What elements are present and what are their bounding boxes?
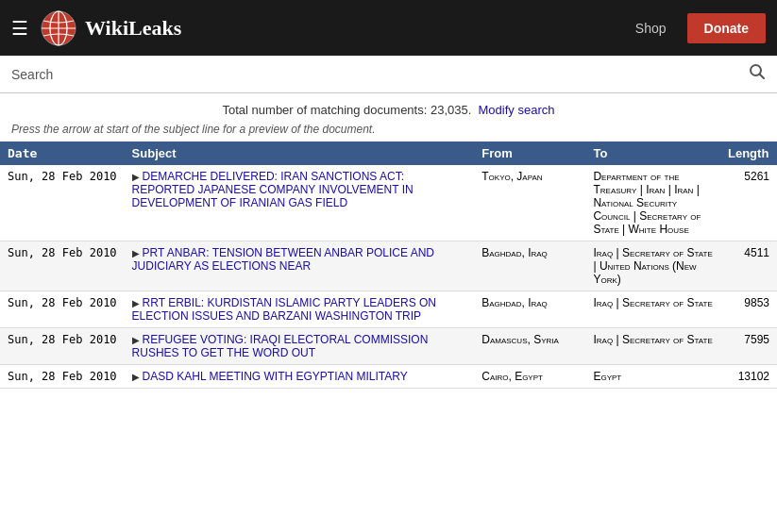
to-separator: |: [693, 183, 699, 196]
subject-link[interactable]: RRT ERBIL: KURDISTAN ISLAMIC PARTY LEADE…: [132, 296, 436, 323]
cell-to: Egypt: [585, 365, 720, 389]
cell-from: Cairo, Egypt: [474, 365, 585, 389]
to-entry: Iraq: [593, 333, 613, 346]
cell-subject: ▶REFUGEE VOTING: IRAQI ELECTORAL COMMISS…: [125, 328, 475, 365]
subject-link[interactable]: DEMARCHE DELIVERED: IRAN SANCTIONS ACT: …: [132, 170, 414, 209]
to-separator: |: [613, 246, 622, 259]
to-entry: Iran: [674, 183, 693, 196]
subject-link[interactable]: DASD KAHL MEETING WITH EGYPTIAN MILITARY: [143, 370, 408, 383]
cell-date: Sun, 28 Feb 2010: [0, 291, 125, 328]
wikileaks-logo-icon: [40, 9, 77, 47]
total-text: Total number of matching documents: 23,0…: [223, 103, 472, 117]
results-info: Total number of matching documents: 23,0…: [0, 93, 777, 121]
to-entry: Iraq: [593, 246, 613, 259]
search-icon: [749, 63, 766, 80]
cell-length: 9853: [720, 291, 777, 328]
preview-arrow-icon[interactable]: ▶: [132, 335, 140, 345]
to-entry: Iran: [646, 183, 665, 196]
svg-line-5: [760, 75, 765, 79]
cell-to: Iraq | Secretary of State: [585, 291, 720, 328]
col-header-subject: Subject: [125, 141, 475, 165]
header-nav: Shop Donate: [626, 13, 766, 43]
cell-subject: ▶PRT ANBAR: TENSION BETWEEN ANBAR POLICE…: [125, 241, 475, 291]
results-table: Date Subject From To Length Sun, 28 Feb …: [0, 141, 777, 389]
shop-link[interactable]: Shop: [626, 15, 676, 42]
preview-arrow-icon[interactable]: ▶: [132, 172, 140, 182]
to-entry: Iraq: [593, 296, 613, 309]
cell-length: 4511: [720, 241, 777, 291]
hamburger-icon[interactable]: ☰: [11, 17, 28, 40]
col-header-to: To: [585, 141, 720, 165]
cell-subject: ▶DASD KAHL MEETING WITH EGYPTIAN MILITAR…: [125, 365, 475, 389]
cell-from: Baghdad, Iraq: [474, 291, 585, 328]
cell-to: Department of the Treasury | Iran | Iran…: [585, 165, 720, 241]
cell-subject: ▶DEMARCHE DELIVERED: IRAN SANCTIONS ACT:…: [125, 165, 475, 241]
to-separator: |: [665, 183, 674, 196]
cell-to: Iraq | Secretary of State | United Natio…: [585, 241, 720, 291]
search-submit-button[interactable]: [749, 63, 766, 85]
preview-arrow-icon[interactable]: ▶: [132, 248, 140, 258]
col-header-from: From: [474, 141, 585, 165]
site-title[interactable]: WikiLeaks: [85, 16, 181, 41]
col-header-length: Length: [720, 141, 777, 165]
search-input[interactable]: [11, 67, 749, 82]
cell-length: 5261: [720, 165, 777, 241]
to-separator: |: [613, 296, 622, 309]
main-header: ☰ WikiLeaks Shop Donate: [0, 0, 777, 56]
to-entry: White House: [629, 223, 689, 236]
to-separator: |: [619, 223, 629, 236]
table-row: Sun, 28 Feb 2010▶DEMARCHE DELIVERED: IRA…: [0, 165, 777, 241]
table-row: Sun, 28 Feb 2010▶REFUGEE VOTING: IRAQI E…: [0, 328, 777, 365]
cell-subject: ▶RRT ERBIL: KURDISTAN ISLAMIC PARTY LEAD…: [125, 291, 475, 328]
col-header-date: Date: [0, 141, 125, 165]
donate-button[interactable]: Donate: [687, 13, 766, 43]
to-entry: Secretary of State: [622, 333, 713, 346]
hint-text: Press the arrow at start of the subject …: [0, 121, 777, 141]
cell-length: 7595: [720, 328, 777, 365]
subject-link[interactable]: PRT ANBAR: TENSION BETWEEN ANBAR POLICE …: [132, 246, 434, 273]
to-entry: Egypt: [593, 370, 621, 383]
to-separator: |: [636, 183, 646, 196]
subject-link[interactable]: REFUGEE VOTING: IRAQI ELECTORAL COMMISSI…: [132, 333, 429, 359]
to-entry: United Nations (New York): [593, 259, 696, 286]
preview-arrow-icon[interactable]: ▶: [132, 298, 140, 308]
to-entry: Secretary of State: [622, 246, 713, 259]
preview-arrow-icon[interactable]: ▶: [132, 372, 140, 382]
table-header-row: Date Subject From To Length: [0, 141, 777, 165]
table-row: Sun, 28 Feb 2010▶RRT ERBIL: KURDISTAN IS…: [0, 291, 777, 328]
cell-from: Tokyo, Japan: [474, 165, 585, 241]
cell-from: Baghdad, Iraq: [474, 241, 585, 291]
cell-from: Damascus, Syria: [474, 328, 585, 365]
table-row: Sun, 28 Feb 2010▶DASD KAHL MEETING WITH …: [0, 365, 777, 389]
cell-date: Sun, 28 Feb 2010: [0, 365, 125, 389]
cell-date: Sun, 28 Feb 2010: [0, 328, 125, 365]
cell-length: 13102: [720, 365, 777, 389]
to-entry: Secretary of State: [622, 296, 713, 309]
to-separator: |: [630, 209, 639, 223]
cell-to: Iraq | Secretary of State: [585, 328, 720, 365]
cell-date: Sun, 28 Feb 2010: [0, 165, 125, 241]
to-separator: |: [613, 333, 622, 346]
logo-container: WikiLeaks: [40, 9, 626, 47]
search-bar: [0, 56, 777, 93]
table-row: Sun, 28 Feb 2010▶PRT ANBAR: TENSION BETW…: [0, 241, 777, 291]
cell-date: Sun, 28 Feb 2010: [0, 241, 125, 291]
modify-search-link[interactable]: Modify search: [479, 103, 555, 117]
